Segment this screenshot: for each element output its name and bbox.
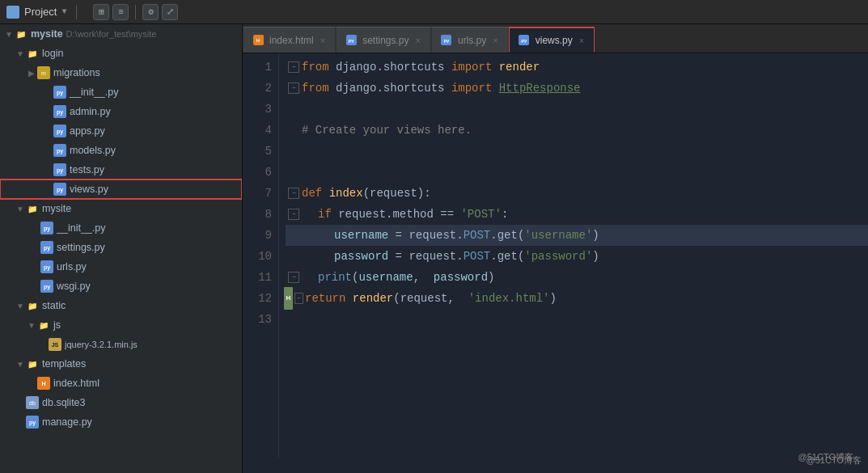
settings-btn[interactable]: ⚙ (142, 4, 159, 20)
tab-close-btn[interactable]: × (578, 35, 586, 46)
tree-arrow (26, 319, 37, 331)
new-file-btn[interactable]: ≡ (112, 4, 129, 20)
folder-icon: 📁 (26, 299, 39, 312)
fold-icon-11[interactable]: － (288, 272, 299, 283)
sidebar-item-urls-py[interactable]: py urls.py (0, 257, 242, 277)
sidebar-item-db-sqlite3[interactable]: db db.sqlite3 (0, 393, 242, 412)
fold-icon-2[interactable]: － (288, 82, 299, 94)
code-container: 1 2 3 4 5 6 7 8 9 10 11 12 13 － (243, 53, 868, 458)
sidebar-item-tests-py[interactable]: py tests.py (0, 160, 242, 179)
code-line-5 (286, 141, 868, 162)
folder-icon: 📁 (26, 357, 39, 370)
sep2 (135, 5, 136, 19)
py-icon: py (40, 241, 53, 254)
code-line-2: － from django.shortcuts import HttpRespo… (286, 78, 868, 99)
py-icon: py (40, 280, 53, 293)
tab-bar: H index.html × py settings.py × py urls.… (243, 24, 868, 53)
sidebar-label: jquery-3.2.1.min.js (65, 340, 138, 349)
new-folder-btn[interactable]: ⊞ (93, 4, 109, 20)
code-line-11: － print(username, password) (286, 267, 868, 288)
code-line-3 (286, 99, 868, 120)
py-icon: py (53, 105, 66, 118)
tab-index-html[interactable]: H index.html × (243, 27, 336, 53)
tab-label: settings.py (362, 35, 409, 46)
title-bar: Project ▼ ⊞ ≡ ⚙ ⤢ (0, 0, 868, 24)
sidebar-item-login[interactable]: 📁 login (0, 44, 242, 63)
tree-arrow (15, 358, 26, 370)
folder-icon: 📁 (26, 47, 39, 60)
fold-dash-12: － (294, 293, 303, 304)
project-dropdown-arrow[interactable]: ▼ (61, 7, 66, 16)
sidebar-item-mysite-inner[interactable]: 📁 mysite (0, 199, 242, 218)
sidebar-item-admin-py[interactable]: py admin.py (0, 102, 242, 121)
sidebar-item-js[interactable]: 📁 js (0, 315, 242, 335)
fold-dash-8: － (288, 209, 299, 220)
py-icon: py (53, 144, 66, 157)
code-line-9: username = request.POST.get('username') (286, 225, 868, 246)
sidebar-item-manage-py[interactable]: py manage.py (0, 412, 242, 432)
sidebar-label: migrations (53, 67, 100, 78)
sidebar-item-init-py2[interactable]: py __init__.py (0, 218, 242, 238)
sidebar-label: mysite (31, 28, 63, 40)
sidebar-label: settings.py (57, 242, 105, 253)
tab-views-py[interactable]: py views.py × (509, 27, 595, 53)
sidebar-item-views-py[interactable]: py views.py (0, 179, 242, 199)
sidebar-item-static[interactable]: 📁 static (0, 296, 242, 315)
sidebar-label: db.sqlite3 (42, 397, 86, 408)
js-icon: JS (49, 338, 61, 351)
gutter-7: － (286, 188, 302, 199)
project-label[interactable]: Project (24, 6, 57, 18)
folder-icon: 📁 (37, 319, 50, 332)
py-icon: py (53, 163, 66, 176)
sidebar-item-templates[interactable]: 📁 templates (0, 354, 242, 374)
sidebar-path: D:\work\for_test\mysite (66, 29, 157, 39)
code-content[interactable]: － from django.shortcuts import render － … (279, 53, 868, 458)
sidebar-label: __init__.py (70, 87, 118, 98)
sidebar-label: urls.py (57, 261, 87, 272)
sidebar-label: index.html (53, 378, 100, 389)
code-line-13 (286, 309, 868, 330)
py-icon: py (26, 416, 39, 429)
sidebar-item-jquery[interactable]: JS jquery-3.2.1.min.js (0, 335, 242, 354)
sidebar-item-init-py[interactable]: py __init__.py (0, 82, 242, 102)
tree-arrow (15, 300, 26, 311)
sidebar-item-mysite-root[interactable]: 📁 mysite D:\work\for_test\mysite (0, 24, 242, 44)
py-icon: py (53, 183, 66, 196)
main-layout: 📁 mysite D:\work\for_test\mysite 📁 login… (0, 24, 868, 473)
sidebar-label: login (42, 48, 63, 59)
sidebar-item-index-html[interactable]: H index.html (0, 374, 242, 393)
gutter-11: － (286, 272, 302, 283)
tab-close-btn[interactable]: × (491, 35, 499, 46)
sidebar-item-models-py[interactable]: py models.py (0, 141, 242, 160)
project-icon (6, 6, 19, 19)
sidebar-label: static (42, 300, 66, 311)
code-line-12: H － return render(request, 'index.html') (286, 288, 868, 309)
sidebar-label: tests.py (70, 164, 104, 175)
fold-icon-7[interactable]: － (288, 188, 299, 199)
py-icon: py (440, 34, 453, 47)
tab-label: views.py (536, 35, 573, 46)
sidebar-item-wsgi-py[interactable]: py wsgi.py (0, 277, 242, 296)
sidebar-label: admin.py (70, 106, 111, 117)
code-line-10: password = request.POST.get('password') (286, 246, 868, 267)
sidebar-item-migrations[interactable]: m migrations (0, 63, 242, 82)
tab-close-btn[interactable]: × (414, 35, 422, 46)
sidebar-label: models.py (70, 145, 116, 156)
sidebar-label: js (53, 319, 61, 331)
code-line-8: － if request.method == 'POST': (286, 204, 868, 225)
separator (76, 5, 77, 19)
tab-settings-py[interactable]: py settings.py × (336, 27, 431, 53)
folder-icon: 📁 (15, 27, 28, 40)
html-icon: H (37, 377, 50, 390)
tab-label: index.html (269, 35, 314, 46)
sidebar-item-apps-py[interactable]: py apps.py (0, 121, 242, 141)
expand-btn[interactable]: ⤢ (162, 4, 178, 20)
py-icon: py (53, 86, 66, 99)
tab-close-btn[interactable]: × (319, 35, 327, 46)
fold-icon-1[interactable]: － (288, 61, 299, 73)
folder-icon: 📁 (26, 202, 39, 215)
sidebar-item-settings-py[interactable]: py settings.py (0, 238, 242, 257)
code-line-4: # Create your views here. (286, 120, 868, 141)
tab-urls-py[interactable]: py urls.py × (431, 27, 509, 53)
html-icon: H (252, 34, 265, 47)
